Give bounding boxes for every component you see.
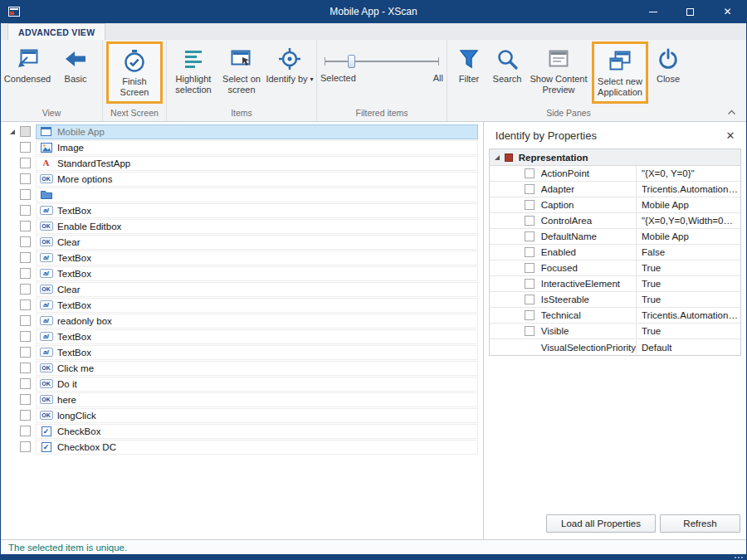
property-checkbox[interactable] bbox=[525, 184, 535, 194]
tree-row[interactable]: Mobile App bbox=[1, 124, 483, 139]
tree-row[interactable]: alTextBox bbox=[1, 297, 483, 313]
resize-grip[interactable] bbox=[741, 557, 743, 558]
text-control-icon: A bbox=[39, 158, 53, 169]
select-new-application-button[interactable]: Select new Application bbox=[594, 44, 646, 101]
tree-checkbox[interactable] bbox=[20, 126, 31, 137]
tree-checkbox[interactable] bbox=[20, 236, 31, 247]
tree-item-label: longClick bbox=[57, 411, 96, 421]
filtered-items-slider[interactable] bbox=[325, 55, 439, 68]
property-row[interactable]: VisibleTrue bbox=[490, 324, 740, 339]
tree-item-label: TextBox bbox=[57, 332, 91, 342]
basic-button[interactable]: Basic bbox=[51, 41, 100, 85]
ok-button-icon: OK bbox=[39, 363, 53, 374]
tree-row[interactable]: alTextBox bbox=[1, 202, 483, 218]
slider-handle[interactable] bbox=[348, 55, 355, 68]
tree-row[interactable]: OKClear bbox=[1, 281, 483, 297]
panel-close-icon[interactable]: ✕ bbox=[723, 129, 738, 142]
tree-checkbox[interactable] bbox=[20, 315, 31, 326]
tree-row[interactable]: OKClear bbox=[1, 234, 483, 250]
tree-checkbox[interactable] bbox=[20, 378, 31, 389]
condensed-icon bbox=[15, 46, 40, 72]
highlight-selection-button[interactable]: Highlight selection bbox=[169, 41, 217, 95]
tree-expander-icon[interactable] bbox=[10, 129, 15, 134]
minimize-button[interactable] bbox=[634, 0, 671, 23]
tree-row[interactable]: alTextBox bbox=[1, 250, 483, 265]
tree-row[interactable]: alTextBox bbox=[1, 344, 483, 360]
tree-row[interactable] bbox=[1, 187, 483, 202]
close-window-button[interactable]: ✕ bbox=[709, 0, 746, 23]
tree-row[interactable]: OKDo it bbox=[1, 376, 483, 392]
property-checkbox[interactable] bbox=[525, 263, 535, 273]
tree-checkbox[interactable] bbox=[20, 347, 31, 358]
property-row[interactable]: FocusedTrue bbox=[490, 261, 740, 276]
tree-row[interactable]: ✓CheckBox bbox=[1, 423, 483, 439]
tree-checkbox[interactable] bbox=[20, 410, 31, 421]
tree-checkbox[interactable] bbox=[20, 158, 31, 168]
group-expander-icon[interactable] bbox=[495, 155, 500, 160]
property-value: Tricentis.Automation… bbox=[636, 308, 740, 323]
tree-checkbox[interactable] bbox=[20, 394, 31, 405]
load-all-properties-button[interactable]: Load all Properties bbox=[546, 514, 656, 533]
property-row[interactable]: TechnicalTricentis.Automation… bbox=[490, 308, 740, 324]
property-checkbox[interactable] bbox=[525, 279, 535, 289]
tree-row[interactable]: OKlongClick bbox=[1, 407, 483, 423]
tree-row[interactable]: alreadonly box bbox=[1, 313, 483, 329]
tree-row[interactable]: alTextBox bbox=[1, 329, 483, 344]
tree-row[interactable]: OKMore options bbox=[1, 171, 483, 187]
property-row[interactable]: IsSteerableTrue bbox=[490, 292, 740, 308]
tree-checkbox[interactable] bbox=[20, 426, 31, 436]
property-checkbox[interactable] bbox=[525, 295, 535, 304]
property-row[interactable]: AdapterTricentis.Automation… bbox=[490, 182, 740, 197]
app-icon bbox=[8, 7, 20, 17]
property-row[interactable]: VisualSelectionPriorityDefault bbox=[490, 339, 740, 355]
tree-row[interactable]: OKhere bbox=[1, 392, 483, 407]
select-on-screen-button[interactable]: Select on screen bbox=[217, 41, 266, 95]
property-group-header[interactable]: Representation bbox=[490, 149, 740, 166]
checkbox-control-icon: ✓ bbox=[39, 441, 53, 453]
refresh-button[interactable]: Refresh bbox=[660, 514, 740, 533]
close-pane-button[interactable]: Close bbox=[649, 41, 687, 85]
tree-checkbox[interactable] bbox=[20, 268, 31, 279]
tree-checkbox[interactable] bbox=[20, 299, 31, 310]
property-checkbox[interactable] bbox=[525, 216, 535, 226]
finish-screen-button[interactable]: Finish Screen bbox=[109, 44, 160, 101]
collapse-ribbon-button[interactable] bbox=[725, 107, 738, 117]
tree-checkbox[interactable] bbox=[20, 363, 31, 373]
search-button[interactable]: Search bbox=[488, 41, 526, 85]
tree-row[interactable]: ✓Checkbox DC bbox=[1, 439, 483, 455]
show-content-preview-button[interactable]: Show Content Preview bbox=[526, 41, 591, 95]
condensed-button[interactable]: Condensed bbox=[3, 41, 51, 85]
property-row[interactable]: CaptionMobile App bbox=[490, 197, 740, 213]
tab-advanced-view[interactable]: ADVANCED VIEW bbox=[7, 23, 105, 40]
identify-by-button[interactable]: Identify by▾ bbox=[266, 41, 314, 85]
property-row[interactable]: DefaultNameMobile App bbox=[490, 229, 740, 245]
tree-row[interactable]: OKClick me bbox=[1, 360, 483, 376]
property-checkbox[interactable] bbox=[525, 247, 535, 257]
property-checkbox[interactable] bbox=[525, 200, 535, 210]
tree-checkbox[interactable] bbox=[20, 221, 31, 231]
tree-checkbox[interactable] bbox=[20, 205, 31, 216]
tree-checkbox[interactable] bbox=[20, 252, 31, 263]
property-checkbox[interactable] bbox=[525, 310, 535, 320]
property-checkbox[interactable] bbox=[525, 168, 535, 178]
maximize-button[interactable] bbox=[671, 0, 709, 23]
property-checkbox[interactable] bbox=[525, 231, 535, 241]
tree-row[interactable]: AStandardTestApp bbox=[1, 155, 483, 171]
property-row[interactable]: EnabledFalse bbox=[490, 245, 740, 261]
tree-checkbox[interactable] bbox=[20, 284, 31, 295]
property-name: Focused bbox=[541, 263, 636, 273]
tree-checkbox[interactable] bbox=[20, 173, 31, 184]
filter-button[interactable]: Filter bbox=[450, 41, 488, 85]
tree-checkbox[interactable] bbox=[20, 142, 31, 153]
tree-checkbox[interactable] bbox=[20, 331, 31, 342]
property-checkbox[interactable] bbox=[525, 326, 535, 336]
panel-title: Identify by Properties bbox=[496, 129, 723, 142]
property-row[interactable]: ControlArea"{X=0,Y=0,Width=0… bbox=[490, 213, 740, 229]
tree-checkbox[interactable] bbox=[20, 189, 31, 200]
property-row[interactable]: InteractiveElementTrue bbox=[490, 276, 740, 292]
tree-checkbox[interactable] bbox=[20, 441, 31, 452]
tree-row[interactable]: Image bbox=[1, 139, 483, 155]
tree-row[interactable]: alTextBox bbox=[1, 265, 483, 281]
property-row[interactable]: ActionPoint"{X=0, Y=0}" bbox=[490, 166, 740, 182]
tree-row[interactable]: OKEnable Editbox bbox=[1, 218, 483, 234]
